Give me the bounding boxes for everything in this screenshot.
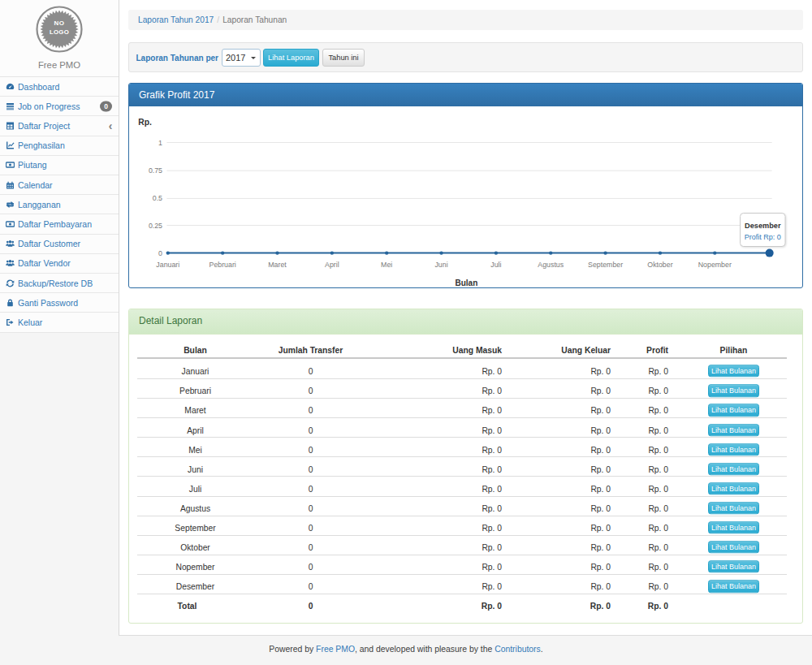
svg-text:Desember: Desember bbox=[745, 222, 781, 230]
svg-text:0.5: 0.5 bbox=[153, 194, 162, 202]
svg-text:Nopember: Nopember bbox=[698, 261, 732, 269]
svg-text:0.25: 0.25 bbox=[149, 222, 162, 230]
svg-text:Maret: Maret bbox=[268, 261, 287, 269]
svg-text:Juni: Juni bbox=[434, 261, 447, 269]
svg-text:Pebruari: Pebruari bbox=[209, 261, 236, 269]
svg-text:Bulan: Bulan bbox=[456, 279, 478, 287]
svg-text:Agustus: Agustus bbox=[538, 261, 564, 269]
svg-text:LOGO: LOGO bbox=[50, 28, 69, 36]
svg-text:0.75: 0.75 bbox=[149, 166, 162, 175]
svg-text:NO: NO bbox=[54, 19, 65, 27]
svg-text:September: September bbox=[588, 261, 623, 269]
svg-text:1: 1 bbox=[158, 139, 162, 147]
svg-text:0: 0 bbox=[158, 249, 162, 257]
svg-text:Rp.: Rp. bbox=[138, 118, 152, 127]
svg-text:Profit Rp: 0: Profit Rp: 0 bbox=[745, 233, 781, 241]
svg-text:Juli: Juli bbox=[490, 261, 501, 269]
svg-text:Mei: Mei bbox=[381, 261, 392, 269]
svg-text:Oktober: Oktober bbox=[647, 261, 672, 269]
svg-text:April: April bbox=[325, 261, 339, 269]
svg-text:Januari: Januari bbox=[156, 261, 179, 269]
